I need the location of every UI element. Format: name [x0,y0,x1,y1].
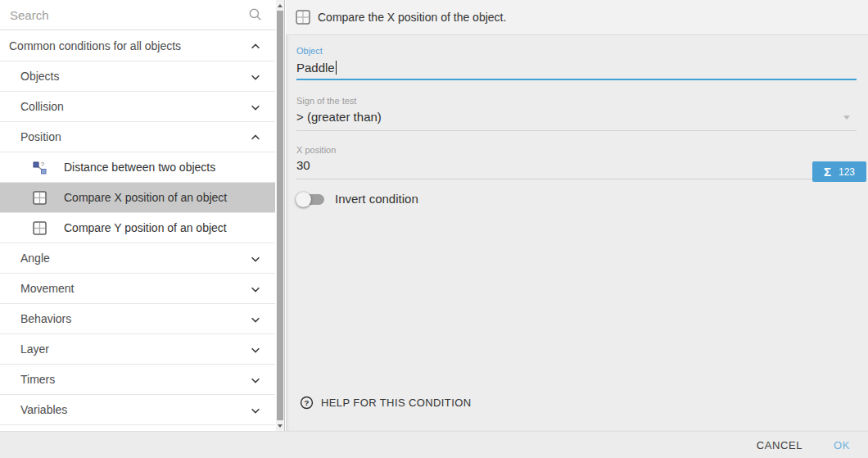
chevron-down-icon [250,344,261,356]
sign-of-test-dropdown[interactable]: Sign of the test > (greater than) [296,80,857,131]
sidebar-item-variables[interactable]: Variables [0,395,275,425]
ok-button[interactable]: OK [834,439,850,451]
conditions-list: Common conditions for all objects Object… [0,31,275,425]
sigma-icon: Σ [824,165,831,179]
search-icon [248,7,263,22]
search-row [0,0,284,30]
toggle-knob [296,192,311,207]
invert-condition-row: Invert condition [296,192,857,206]
help-question-icon: ? [300,396,314,410]
svg-text:?: ? [305,398,310,407]
chevron-down-icon [250,102,261,113]
sidebar-item-compare-x-position[interactable]: Compare X position of an object [0,183,275,213]
expression-editor-button[interactable]: Σ 123 [812,161,866,182]
sidebar-item-label: Timers [20,373,55,386]
sidebar-item-label: Compare Y position of an object [64,221,227,234]
help-link[interactable]: ? HELP FOR THIS CONDITION [300,396,472,410]
sidebar-item-label: Common conditions for all objects [9,39,181,52]
svg-text:?: ? [41,161,45,168]
sidebar-item-collision[interactable]: Collision [0,92,275,122]
sidebar-item-label: Variables [20,403,67,416]
search-input[interactable] [10,5,239,25]
sidebar-item-position[interactable]: Position [0,122,275,152]
sidebar-item-timers[interactable]: Timers [0,365,275,395]
cancel-button[interactable]: CANCEL [757,439,802,451]
sign-field-label: Sign of the test [296,80,857,106]
sidebar-item-label: Collision [20,100,64,113]
sidebar-item-label: Movement [20,282,74,295]
sidebar-item-label: Position [20,130,61,143]
invert-condition-label: Invert condition [335,192,418,206]
sidebar-item-label: Compare X position of an object [64,191,227,204]
sidebar-item-distance-between-two-objects[interactable]: ? Distance between two objects [0,152,275,183]
chevron-down-icon [250,283,261,295]
sidebar-scrollbar[interactable] [276,0,284,431]
chevron-up-icon [250,132,261,143]
object-field[interactable]: Object Paddle [296,35,857,80]
condition-editor-dialog: Common conditions for all objects Object… [0,0,868,458]
chevron-down-icon [250,405,261,416]
object-field-label: Object [296,35,857,56]
scrollbar-thumb[interactable] [277,11,283,420]
x-position-underline [296,179,857,179]
compare-position-icon [33,221,47,235]
distance-icon: ? [33,161,47,175]
scrollbar-up-arrow[interactable] [276,0,284,11]
sidebar-item-label: Angle [20,252,50,265]
sign-field-value[interactable]: > (greater than) [296,110,857,124]
x-position-field[interactable]: X position 30 Σ 123 [296,131,857,179]
chevron-up-icon [250,41,261,52]
chevron-down-icon [250,71,261,83]
sidebar-item-layer[interactable]: Layer [0,334,275,365]
sidebar-item-label: Behaviors [20,312,71,325]
sidebar-item-label: Distance between two objects [64,161,215,174]
condition-header: Compare the X position of the object. [286,0,868,35]
condition-detail-panel: Compare the X position of the object. Ob… [286,0,868,431]
sidebar-item-behaviors[interactable]: Behaviors [0,304,275,334]
dialog-footer: CANCEL OK [0,431,868,458]
chevron-down-icon [250,253,261,265]
text-cursor [336,61,337,75]
compare-position-icon [33,191,47,205]
scrollbar-down-arrow[interactable] [276,420,284,431]
help-link-label: HELP FOR THIS CONDITION [321,397,472,409]
condition-title: Compare the X position of the object. [318,11,506,24]
chevron-down-icon [250,314,261,325]
condition-parameters: Object Paddle Sign of the test > (greate… [286,35,868,206]
object-field-value[interactable]: Paddle [296,61,857,75]
sidebar-item-movement[interactable]: Movement [0,274,275,304]
sidebar-item-objects[interactable]: Objects [0,61,275,92]
sidebar-item-label: Objects [20,70,59,83]
sidebar-item-compare-y-position[interactable]: Compare Y position of an object [0,213,275,243]
x-position-value[interactable]: 30 [296,158,857,172]
sidebar-item-common-conditions[interactable]: Common conditions for all objects [0,31,275,61]
compare-position-icon [296,10,310,25]
chevron-down-icon [250,374,261,386]
invert-condition-toggle[interactable] [297,194,325,206]
x-position-label: X position [296,131,857,155]
sidebar-item-label: Layer [20,342,49,356]
sidebar-item-angle[interactable]: Angle [0,243,275,274]
conditions-sidebar: Common conditions for all objects Object… [0,0,285,431]
dropdown-caret-icon [843,116,850,120]
